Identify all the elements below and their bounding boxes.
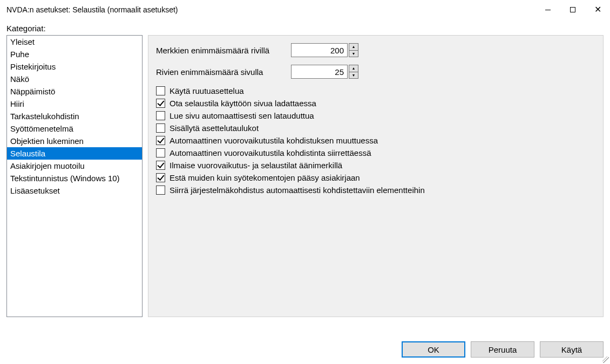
- checkbox-label: Ota selaustila käyttöön sivua ladattaess…: [170, 99, 316, 108]
- checkbox[interactable]: [156, 136, 165, 145]
- checkbox-row: Automaattinen vuorovaikutustila kohdistu…: [156, 136, 595, 145]
- checkbox-row: Siirrä järjestelmäkohdistus automaattise…: [156, 186, 595, 195]
- category-item[interactable]: Pistekirjoitus: [7, 60, 142, 73]
- checkbox-label: Käytä ruutuasettelua: [170, 86, 244, 95]
- checkbox-row: Ilmaise vuorovaikutus- ja selaustilat ää…: [156, 161, 595, 170]
- checkbox-label: Siirrä järjestelmäkohdistus automaattise…: [170, 186, 425, 195]
- checkbox-container: Käytä ruutuasetteluaOta selaustila käytt…: [156, 86, 595, 195]
- checkbox[interactable]: [156, 123, 165, 133]
- checkbox-label: Sisällytä asettelutaulukot: [170, 123, 259, 133]
- spinner-down-icon[interactable]: ▼: [349, 72, 358, 79]
- max-lines-row: Rivien enimmäismäärä sivulla ▲ ▼: [156, 65, 595, 79]
- max-lines-label: Rivien enimmäismäärä sivulla: [156, 67, 291, 77]
- category-item[interactable]: Tarkastelukohdistin: [7, 110, 142, 122]
- checkbox[interactable]: [156, 111, 165, 120]
- checkbox-label: Estä muiden kuin syötekomentojen pääsy a…: [170, 173, 360, 182]
- resize-grip-icon[interactable]: [602, 356, 609, 363]
- category-item[interactable]: Lisäasetukset: [7, 184, 142, 197]
- spinner-up-icon[interactable]: ▲: [349, 43, 358, 50]
- max-chars-row: Merkkien enimmäismäärä rivillä ▲ ▼: [156, 43, 595, 57]
- max-chars-input[interactable]: [291, 43, 348, 57]
- button-bar: OK Peruuta Käytä: [402, 341, 604, 358]
- checkbox-label: Ilmaise vuorovaikutus- ja selaustilat ää…: [170, 161, 342, 170]
- apply-button[interactable]: Käytä: [540, 341, 604, 358]
- checkbox-row: Sisällytä asettelutaulukot: [156, 123, 595, 133]
- ok-button[interactable]: OK: [402, 341, 465, 358]
- checkbox[interactable]: [156, 173, 165, 182]
- checkbox-row: Estä muiden kuin syötekomentojen pääsy a…: [156, 173, 595, 182]
- checkbox-label: Automaattinen vuorovaikutustila kohdisti…: [170, 148, 371, 157]
- titlebar: NVDA:n asetukset: Selaustila (normaalit …: [0, 0, 610, 19]
- checkbox[interactable]: [156, 186, 165, 195]
- checkbox[interactable]: [156, 148, 165, 157]
- category-item[interactable]: Hiiri: [7, 98, 142, 110]
- checkbox-row: Lue sivu automaattisesti sen latauduttua: [156, 111, 595, 120]
- category-item[interactable]: Objektien lukeminen: [7, 135, 142, 147]
- category-item[interactable]: Näppäimistö: [7, 85, 142, 98]
- checkbox-row: Käytä ruutuasettelua: [156, 86, 595, 95]
- max-chars-label: Merkkien enimmäismäärä rivillä: [156, 46, 291, 55]
- category-item[interactable]: Syöttömenetelmä: [7, 122, 142, 135]
- checkbox-label: Automaattinen vuorovaikutustila kohdistu…: [170, 136, 378, 145]
- category-item[interactable]: Tekstintunnistus (Windows 10): [7, 172, 142, 184]
- maximize-button[interactable]: [560, 0, 585, 19]
- spinner-up-icon[interactable]: ▲: [349, 65, 358, 72]
- window-title: NVDA:n asetukset: Selaustila (normaalit …: [6, 5, 178, 14]
- minimize-icon: [545, 10, 551, 10]
- max-chars-spinner[interactable]: ▲ ▼: [349, 43, 358, 57]
- minimize-button[interactable]: [536, 0, 560, 19]
- category-item[interactable]: Asiakirjojen muotoilu: [7, 160, 142, 172]
- checkbox-row: Ota selaustila käyttöön sivua ladattaess…: [156, 99, 595, 108]
- max-lines-input[interactable]: [291, 65, 348, 79]
- settings-panel: Merkkien enimmäismäärä rivillä ▲ ▼ Rivie…: [148, 35, 604, 317]
- category-item[interactable]: Puhe: [7, 48, 142, 60]
- main-area: YleisetPuhePistekirjoitusNäköNäppäimistö…: [0, 35, 610, 317]
- max-chars-input-wrap: ▲ ▼: [291, 43, 358, 57]
- categories-label: Kategoriat:: [0, 19, 610, 35]
- category-item[interactable]: Näkö: [7, 73, 142, 85]
- checkbox[interactable]: [156, 161, 165, 170]
- maximize-icon: [570, 7, 575, 12]
- category-item[interactable]: Selaustila: [7, 147, 142, 160]
- close-button[interactable]: ✕: [585, 0, 610, 19]
- category-list[interactable]: YleisetPuhePistekirjoitusNäköNäppäimistö…: [6, 35, 143, 317]
- checkbox-label: Lue sivu automaattisesti sen latauduttua: [170, 111, 314, 120]
- max-lines-spinner[interactable]: ▲ ▼: [349, 65, 358, 79]
- checkbox[interactable]: [156, 86, 165, 95]
- cancel-button[interactable]: Peruuta: [471, 341, 534, 358]
- category-item[interactable]: Yleiset: [7, 36, 142, 48]
- max-lines-input-wrap: ▲ ▼: [291, 65, 358, 79]
- spinner-down-icon[interactable]: ▼: [349, 50, 358, 58]
- checkbox-row: Automaattinen vuorovaikutustila kohdisti…: [156, 148, 595, 157]
- close-icon: ✕: [594, 5, 601, 14]
- window-controls: ✕: [536, 0, 610, 19]
- checkbox[interactable]: [156, 99, 165, 108]
